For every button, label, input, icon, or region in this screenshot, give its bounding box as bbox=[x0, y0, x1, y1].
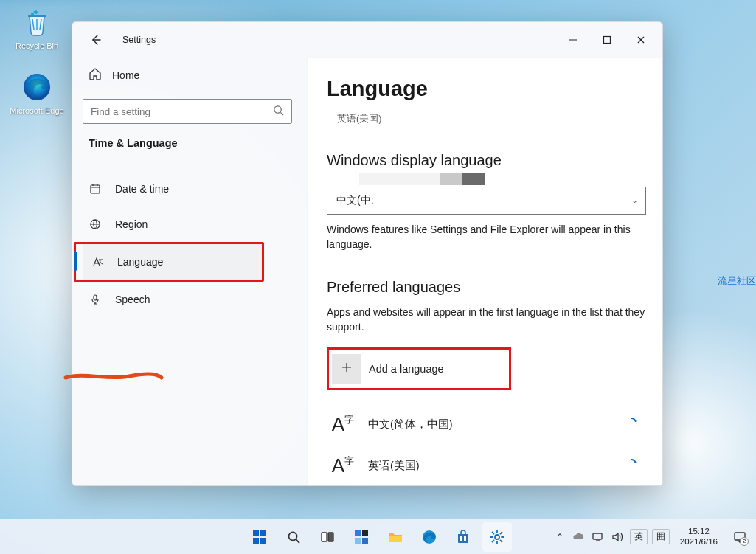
display-language-desc: Windows features like Settings and File … bbox=[327, 222, 646, 252]
task-view-button[interactable] bbox=[313, 522, 342, 552]
home-label: Home bbox=[112, 69, 139, 81]
svg-rect-16 bbox=[355, 538, 361, 544]
svg-rect-14 bbox=[355, 530, 361, 536]
nav-region[interactable]: Region bbox=[81, 207, 296, 242]
svg-rect-17 bbox=[362, 538, 368, 544]
window-title: Settings bbox=[122, 35, 156, 45]
start-button[interactable] bbox=[245, 522, 274, 552]
clock-date: 2021/6/16 bbox=[680, 537, 718, 547]
network-tray-icon[interactable] bbox=[592, 530, 605, 544]
redaction-block bbox=[359, 173, 646, 185]
svg-point-3 bbox=[274, 105, 281, 112]
language-icon bbox=[91, 256, 104, 269]
svg-rect-13 bbox=[328, 533, 333, 541]
add-language-button[interactable] bbox=[332, 354, 361, 384]
svg-rect-9 bbox=[253, 538, 259, 544]
svg-rect-7 bbox=[253, 530, 259, 536]
annotation-highlight-add-language: Add a language bbox=[327, 347, 511, 390]
svg-rect-6 bbox=[94, 295, 97, 300]
ime-lang: 英 bbox=[630, 529, 648, 544]
search-icon bbox=[273, 105, 284, 119]
svg-rect-4 bbox=[91, 185, 100, 193]
taskbar-clock[interactable]: 15:12 2021/6/16 bbox=[676, 527, 722, 547]
back-button[interactable] bbox=[86, 30, 106, 50]
tray-overflow-button[interactable]: ⌃ bbox=[553, 532, 566, 542]
maximize-button[interactable] bbox=[590, 28, 624, 52]
chevron-down-icon: ⌄ bbox=[631, 195, 638, 205]
svg-rect-2 bbox=[604, 37, 611, 44]
svg-rect-10 bbox=[260, 538, 266, 544]
svg-rect-22 bbox=[464, 539, 466, 541]
language-name: 英语(美国) bbox=[368, 459, 420, 473]
nav-label: Date & time bbox=[115, 183, 169, 195]
preferred-languages-desc: Apps and websites will appear in the fir… bbox=[327, 305, 646, 335]
preferred-languages-heading: Preferred languages bbox=[327, 279, 646, 296]
plus-icon bbox=[341, 361, 353, 376]
desktop-icon-recycle-bin[interactable]: Recycle Bin bbox=[9, 6, 65, 51]
ime-mode: 囲 bbox=[652, 529, 670, 544]
language-item[interactable]: A字 中文(简体，中国) bbox=[327, 404, 646, 445]
edge-taskbar-button[interactable] bbox=[415, 522, 444, 552]
settings-window: Settings Home Time & Language Date & tim… bbox=[72, 21, 663, 486]
recycle-bin-icon bbox=[21, 6, 53, 38]
display-language-dropdown[interactable]: 中文(中: ⌄ bbox=[327, 187, 646, 215]
language-glyph-icon: A字 bbox=[328, 454, 358, 477]
volume-tray-icon[interactable] bbox=[611, 530, 624, 544]
nav-date-time[interactable]: Date & time bbox=[81, 171, 296, 207]
loading-spinner-icon bbox=[625, 417, 637, 432]
ime-indicator[interactable]: 英 囲 bbox=[630, 529, 670, 544]
settings-taskbar-button[interactable] bbox=[482, 522, 512, 552]
desktop-icon-edge[interactable]: Microsoft Edge bbox=[9, 71, 65, 116]
display-language-heading: Windows display language bbox=[327, 152, 646, 169]
globe-icon bbox=[89, 218, 102, 230]
store-button[interactable] bbox=[448, 522, 478, 552]
annotation-squiggle bbox=[63, 370, 166, 385]
language-glyph-icon: A字 bbox=[328, 413, 358, 436]
sidebar: Home Time & Language Date & time Region bbox=[72, 58, 307, 485]
search-box[interactable] bbox=[83, 99, 292, 124]
widgets-button[interactable] bbox=[347, 522, 376, 552]
notification-badge: 2 bbox=[740, 537, 749, 546]
svg-rect-21 bbox=[460, 539, 462, 541]
svg-point-23 bbox=[495, 535, 499, 539]
system-tray: ⌃ 英 囲 15:12 2021/6/16 2 bbox=[553, 525, 756, 549]
svg-rect-12 bbox=[322, 533, 327, 541]
annotation-highlight-language: Language bbox=[74, 242, 264, 282]
watermark-text: 流星社区 bbox=[718, 274, 756, 288]
svg-rect-20 bbox=[464, 536, 466, 539]
page-subtitle: 英语(美国) bbox=[337, 113, 646, 125]
svg-point-11 bbox=[288, 532, 296, 540]
notification-center-button[interactable]: 2 bbox=[728, 525, 752, 549]
display-language-value: 中文(中: bbox=[336, 194, 374, 207]
close-button[interactable] bbox=[624, 28, 658, 52]
desktop-icon-label: Microsoft Edge bbox=[9, 106, 65, 116]
home-nav[interactable]: Home bbox=[81, 60, 296, 90]
microphone-icon bbox=[89, 294, 102, 305]
svg-rect-24 bbox=[593, 533, 602, 539]
nav-speech[interactable]: Speech bbox=[81, 282, 296, 317]
calendar-icon bbox=[89, 183, 102, 195]
svg-point-0 bbox=[31, 13, 34, 15]
section-heading: Time & Language bbox=[81, 134, 296, 153]
content-pane: Language 英语(美国) Windows display language… bbox=[307, 58, 662, 485]
taskbar-search-button[interactable] bbox=[279, 522, 308, 552]
desktop-icon-label: Recycle Bin bbox=[9, 41, 65, 51]
edge-icon bbox=[21, 71, 53, 103]
nav-language[interactable]: Language bbox=[83, 244, 262, 280]
nav-label: Speech bbox=[115, 294, 150, 305]
nav-label: Language bbox=[117, 256, 163, 268]
nav-label: Region bbox=[115, 218, 148, 230]
file-explorer-button[interactable] bbox=[381, 522, 410, 552]
page-heading: Language bbox=[327, 77, 646, 101]
search-input[interactable] bbox=[91, 106, 273, 117]
language-name: 中文(简体，中国) bbox=[368, 418, 453, 432]
svg-rect-19 bbox=[460, 536, 462, 539]
add-language-label: Add a language bbox=[369, 363, 444, 375]
language-item[interactable]: A字 英语(美国) bbox=[327, 445, 646, 485]
svg-rect-8 bbox=[260, 530, 266, 536]
titlebar: Settings bbox=[72, 22, 662, 58]
clock-time: 15:12 bbox=[680, 527, 718, 537]
taskbar: ⌃ 英 囲 15:12 2021/6/16 2 bbox=[0, 519, 756, 554]
onedrive-tray-icon[interactable] bbox=[572, 530, 586, 544]
minimize-button[interactable] bbox=[556, 28, 590, 52]
